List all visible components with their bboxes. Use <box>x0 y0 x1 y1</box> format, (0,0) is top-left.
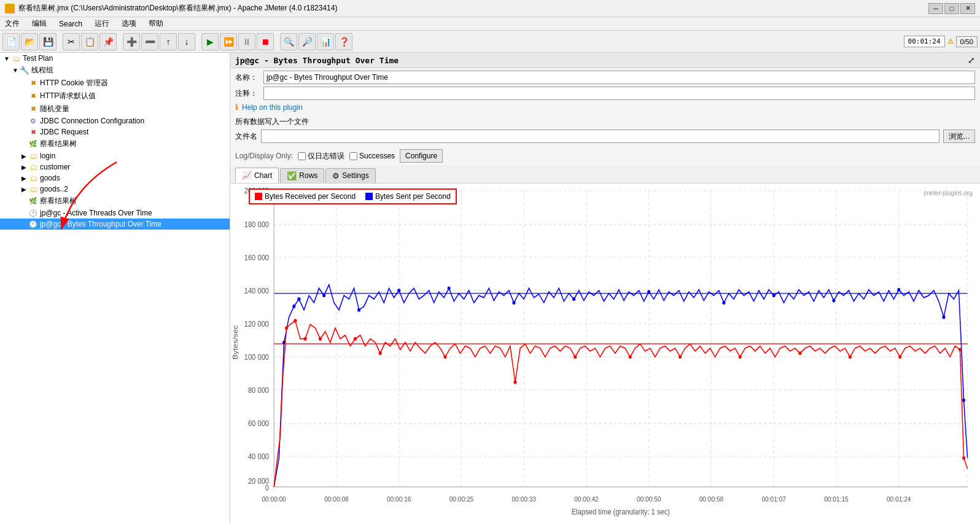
sidebar-item-view-results2[interactable]: 🌿 察看结果树 <box>0 195 230 207</box>
tb-open[interactable]: 📂 <box>21 33 38 50</box>
sidebar-item-jp-bytes[interactable]: 🕐 jp@gc - Bytes Throughput Over Time <box>0 219 230 230</box>
sidebar-item-test-plan[interactable]: ▼ 🗂 Test Plan <box>0 53 230 64</box>
svg-point-67 <box>962 398 965 402</box>
name-input[interactable] <box>263 71 975 84</box>
svg-point-73 <box>379 352 382 355</box>
tab-settings[interactable]: ⚙ Settings <box>325 168 375 183</box>
received-color-swatch <box>255 193 262 200</box>
configure-button[interactable]: Configure <box>400 149 443 163</box>
only-errors-check[interactable]: 仅日志错误 <box>298 151 344 161</box>
tab-rows[interactable]: ✅ Rows <box>280 168 324 183</box>
tb-save[interactable]: 💾 <box>39 33 56 50</box>
sent-color-swatch <box>365 193 373 200</box>
tb-down[interactable]: ↓ <box>178 33 195 50</box>
svg-text:00:00:33: 00:00:33 <box>511 495 536 503</box>
chart-svg: 200 000 180 000 160 000 140 000 120 000 … <box>230 184 980 523</box>
close-btn[interactable]: ✕ <box>960 3 975 14</box>
title-text: 察看结果树.jmx (C:\Users\Administrator\Deskto… <box>18 3 337 14</box>
sidebar-item-goods[interactable]: ▶ 🗂 goods <box>0 172 230 184</box>
sidebar-label-goods: goods <box>40 174 60 182</box>
tb-run[interactable]: ▶ <box>201 33 219 50</box>
tb-list[interactable]: 📊 <box>317 33 334 50</box>
svg-point-72 <box>354 337 357 341</box>
browse-button[interactable]: 浏览... <box>943 130 975 143</box>
menu-run[interactable]: 运行 <box>92 17 112 30</box>
tab-rows-label: Rows <box>299 171 317 180</box>
tb-copy[interactable]: 📋 <box>81 33 98 50</box>
thread-icon: 🔧 <box>20 66 29 75</box>
folder-icon4: 🗂 <box>28 174 38 182</box>
sidebar-item-jdbc-request[interactable]: ✖ JDBC Request <box>0 126 230 138</box>
name-label: 名称： <box>235 72 260 83</box>
tb-clear[interactable]: 🔍 <box>280 33 297 50</box>
tab-chart[interactable]: 📈 Chart <box>235 168 279 183</box>
tb-remove[interactable]: ➖ <box>141 33 158 50</box>
tb-add[interactable]: ➕ <box>123 33 140 50</box>
tb-cut[interactable]: ✂ <box>63 33 80 50</box>
tab-chart-label: Chart <box>254 171 272 180</box>
random-icon: ✖ <box>28 105 38 114</box>
svg-point-80 <box>798 352 801 355</box>
sidebar-label-view-results2: 察看结果树 <box>40 196 77 206</box>
expand-icon <box>20 118 28 125</box>
tb-run2[interactable]: ⏩ <box>220 33 237 50</box>
tb-new[interactable]: 📄 <box>2 33 20 50</box>
menu-search[interactable]: Search <box>56 18 85 29</box>
svg-point-83 <box>959 348 962 352</box>
file-input[interactable] <box>261 130 939 143</box>
menu-edit[interactable]: 编辑 <box>29 17 49 30</box>
menu-file[interactable]: 文件 <box>2 17 22 30</box>
tb-paste[interactable]: 📌 <box>99 33 117 50</box>
minimize-btn[interactable]: ─ <box>928 3 943 14</box>
svg-text:Bytes/sec: Bytes/sec <box>231 325 239 360</box>
only-errors-checkbox[interactable] <box>298 152 306 160</box>
tb-stop[interactable]: ⏸ <box>238 33 255 50</box>
svg-point-64 <box>832 299 835 303</box>
svg-text:100 000: 100 000 <box>244 352 270 362</box>
timer-icon2: 🕐 <box>28 220 38 228</box>
sidebar-item-customer[interactable]: ▶ 🗂 customer <box>0 161 230 172</box>
sidebar-label-random-var: 随机变量 <box>40 104 69 114</box>
tree-icon: 🌿 <box>28 140 38 149</box>
svg-text:80 000: 80 000 <box>248 385 269 395</box>
successes-check[interactable]: Successes <box>349 152 395 160</box>
svg-text:00:01:24: 00:01:24 <box>887 495 911 503</box>
sidebar-label-login: login <box>40 152 55 160</box>
sidebar-item-jdbc-config[interactable]: ⚙ JDBC Connection Configuration <box>0 115 230 126</box>
tb-help[interactable]: ❓ <box>335 33 352 50</box>
restore-btn[interactable]: □ <box>944 3 959 14</box>
comment-input[interactable] <box>263 87 975 100</box>
menu-options[interactable]: 选项 <box>119 17 139 30</box>
options-row: Log/Display Only: 仅日志错误 Successes Config… <box>230 148 980 165</box>
expand-icon <box>20 198 28 204</box>
folder-icon5: 🗂 <box>28 185 38 193</box>
svg-text:40 000: 40 000 <box>248 452 269 462</box>
tb-clearall[interactable]: 🔎 <box>298 33 316 50</box>
sidebar-item-view-results[interactable]: 🌿 察看结果树 <box>0 138 230 150</box>
svg-point-76 <box>574 355 577 358</box>
panel-expand-btn[interactable]: ⤢ <box>968 55 975 65</box>
panel-title: jp@gc - Bytes Throughput Over Time <box>235 56 399 65</box>
help-link[interactable]: Help on this plugin <box>242 103 303 112</box>
sidebar-item-http-cookie[interactable]: ✖ HTTP Cookie 管理器 <box>0 77 230 90</box>
svg-text:00:00:08: 00:00:08 <box>324 495 349 503</box>
folder-icon: 🗂 <box>11 54 21 63</box>
menu-bar: 文件 编辑 Search 运行 选项 帮助 <box>0 17 980 31</box>
svg-point-53 <box>292 304 295 308</box>
sidebar-item-jp-active[interactable]: 🕐 jp@gc - Active Threads Over Time <box>0 207 230 219</box>
svg-text:00:01:15: 00:01:15 <box>824 495 849 503</box>
sidebar-item-thread-group[interactable]: ▼ 🔧 线程组 <box>0 64 230 77</box>
chart-tab-icon: 📈 <box>242 171 252 180</box>
svg-point-62 <box>722 301 725 304</box>
sidebar-label-view-results: 察看结果树 <box>40 139 77 149</box>
sidebar-item-login[interactable]: ▶ 🗂 login <box>0 150 230 161</box>
successes-checkbox[interactable] <box>349 152 357 160</box>
sidebar-item-goods2[interactable]: ▶ 🗂 goods..2 <box>0 184 230 195</box>
sidebar-item-random-var[interactable]: ✖ 随机变量 <box>0 103 230 115</box>
tb-stopall[interactable]: ⏹ <box>257 33 274 50</box>
tb-up[interactable]: ↑ <box>160 33 177 50</box>
sidebar-item-http-default[interactable]: ✖ HTTP请求默认值 <box>0 90 230 103</box>
menu-help[interactable]: 帮助 <box>146 17 166 30</box>
svg-point-82 <box>898 355 901 358</box>
help-row: ℹ Help on this plugin <box>235 103 975 112</box>
